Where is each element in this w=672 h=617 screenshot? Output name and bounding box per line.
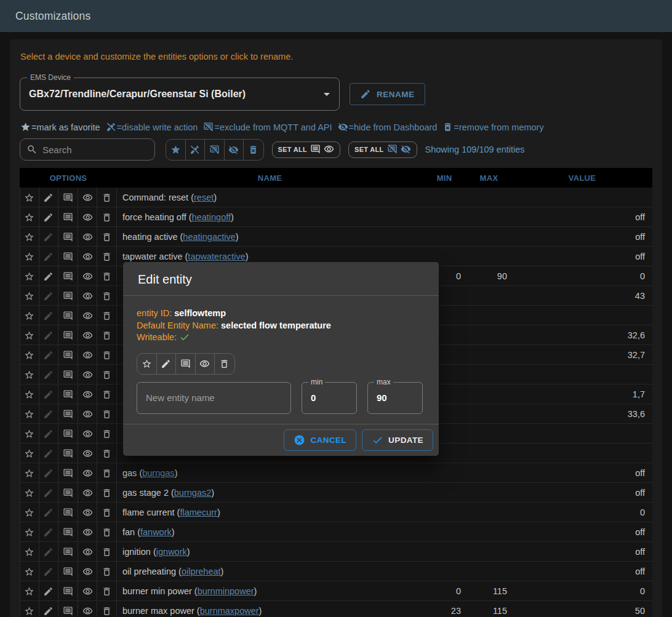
- row-delete-button[interactable]: [97, 424, 117, 444]
- row-star-button[interactable]: [20, 522, 39, 542]
- row-delete-button[interactable]: [97, 286, 117, 306]
- row-delete-button[interactable]: [97, 345, 117, 365]
- row-delete-button[interactable]: [97, 503, 117, 522]
- row-comment-button[interactable]: [58, 384, 78, 404]
- row-edit-button[interactable]: [39, 542, 59, 562]
- entity-shortname-link[interactable]: burngas2: [174, 488, 211, 498]
- entity-shortname-link[interactable]: flamecurr: [180, 508, 217, 517]
- row-comment-button[interactable]: [58, 207, 78, 227]
- row-visibility-button[interactable]: [78, 227, 98, 247]
- row-comment-button[interactable]: [58, 345, 78, 365]
- dialog-comment-toggle[interactable]: [176, 354, 196, 374]
- row-visibility-button[interactable]: [78, 562, 98, 581]
- row-star-button[interactable]: [20, 207, 39, 227]
- dialog-visibility-toggle[interactable]: [196, 354, 215, 374]
- row-star-button[interactable]: [20, 227, 39, 247]
- entity-shortname-link[interactable]: ignwork: [156, 547, 187, 557]
- row-star-button[interactable]: [20, 503, 39, 522]
- cancel-button[interactable]: CANCEL: [284, 429, 356, 451]
- set-all-show-button[interactable]: SET ALL: [272, 141, 341, 158]
- row-visibility-button[interactable]: [78, 522, 98, 542]
- row-visibility-button[interactable]: [78, 325, 98, 345]
- row-delete-button[interactable]: [97, 444, 117, 463]
- row-star-button[interactable]: [20, 286, 39, 306]
- row-comment-button[interactable]: [58, 562, 78, 581]
- row-star-button[interactable]: [20, 365, 39, 384]
- dialog-star-toggle[interactable]: [137, 354, 157, 374]
- row-delete-button[interactable]: [97, 188, 117, 207]
- row-edit-button[interactable]: [39, 581, 59, 601]
- search-input[interactable]: [42, 145, 148, 155]
- row-visibility-button[interactable]: [78, 444, 98, 463]
- min-input[interactable]: [302, 383, 356, 413]
- row-visibility-button[interactable]: [78, 286, 98, 306]
- entity-shortname-link[interactable]: tapwateractive: [188, 252, 246, 261]
- row-delete-button[interactable]: [97, 325, 117, 345]
- new-entity-name-input[interactable]: [137, 383, 290, 413]
- row-visibility-button[interactable]: [78, 601, 98, 617]
- row-edit-button[interactable]: [39, 601, 59, 617]
- row-delete-button[interactable]: [97, 384, 117, 404]
- row-comment-button[interactable]: [58, 424, 78, 444]
- row-comment-button[interactable]: [58, 522, 78, 542]
- row-delete-button[interactable]: [97, 522, 117, 542]
- filter-delete-forever-button[interactable]: [244, 140, 263, 160]
- row-comment-button[interactable]: [58, 365, 78, 384]
- row-comment-button[interactable]: [58, 266, 78, 286]
- row-edit-button[interactable]: [39, 247, 59, 266]
- max-input[interactable]: [368, 383, 422, 413]
- set-all-hide-button[interactable]: SET ALL: [348, 141, 417, 158]
- row-star-button[interactable]: [20, 542, 39, 562]
- row-comment-button[interactable]: [58, 581, 78, 601]
- search-box[interactable]: [20, 138, 155, 161]
- row-visibility-button[interactable]: [78, 345, 98, 365]
- row-visibility-button[interactable]: [78, 266, 98, 286]
- row-edit-button[interactable]: [39, 562, 59, 581]
- row-edit-button[interactable]: [39, 325, 59, 345]
- row-visibility-button[interactable]: [78, 365, 98, 384]
- row-star-button[interactable]: [20, 562, 39, 581]
- row-visibility-button[interactable]: [78, 188, 98, 207]
- entity-shortname-link[interactable]: burnminpower: [198, 586, 254, 596]
- row-edit-button[interactable]: [39, 463, 59, 483]
- entity-shortname-link[interactable]: reset: [194, 193, 214, 202]
- filter-visibility-off-button[interactable]: [225, 140, 244, 160]
- row-delete-button[interactable]: [97, 306, 117, 325]
- ems-device-select[interactable]: EMS Device GBx72/Trendline/Cerapur/Green…: [20, 78, 340, 111]
- row-edit-button[interactable]: [39, 188, 59, 207]
- row-star-button[interactable]: [20, 325, 39, 345]
- dialog-edit-toggle[interactable]: [157, 354, 177, 374]
- row-star-button[interactable]: [20, 345, 39, 365]
- row-delete-button[interactable]: [97, 365, 117, 384]
- row-visibility-button[interactable]: [78, 247, 98, 266]
- row-edit-button[interactable]: [39, 207, 59, 227]
- entity-shortname-link[interactable]: oilpreheat: [182, 567, 221, 576]
- row-edit-button[interactable]: [39, 503, 59, 522]
- filter-edit-off-button[interactable]: [186, 140, 206, 160]
- row-star-button[interactable]: [20, 444, 39, 463]
- row-comment-button[interactable]: [58, 325, 78, 345]
- row-edit-button[interactable]: [39, 306, 59, 325]
- row-visibility-button[interactable]: [78, 384, 98, 404]
- row-comment-button[interactable]: [58, 306, 78, 325]
- row-edit-button[interactable]: [39, 286, 59, 306]
- row-edit-button[interactable]: [39, 444, 59, 463]
- row-comment-button[interactable]: [58, 227, 78, 247]
- row-comment-button[interactable]: [58, 404, 78, 424]
- row-visibility-button[interactable]: [78, 503, 98, 522]
- row-delete-button[interactable]: [97, 581, 117, 601]
- row-delete-button[interactable]: [97, 601, 117, 617]
- row-visibility-button[interactable]: [78, 542, 98, 562]
- row-star-button[interactable]: [20, 581, 39, 601]
- row-delete-button[interactable]: [97, 483, 117, 503]
- row-delete-button[interactable]: [97, 542, 117, 562]
- row-comment-button[interactable]: [58, 247, 78, 266]
- row-delete-button[interactable]: [97, 404, 117, 424]
- entity-shortname-link[interactable]: burngas: [142, 468, 174, 478]
- dialog-delete-toggle[interactable]: [215, 354, 234, 374]
- row-comment-button[interactable]: [58, 286, 78, 306]
- row-star-button[interactable]: [20, 463, 39, 483]
- row-edit-button[interactable]: [39, 404, 59, 424]
- row-comment-button[interactable]: [58, 188, 78, 207]
- row-edit-button[interactable]: [39, 424, 59, 444]
